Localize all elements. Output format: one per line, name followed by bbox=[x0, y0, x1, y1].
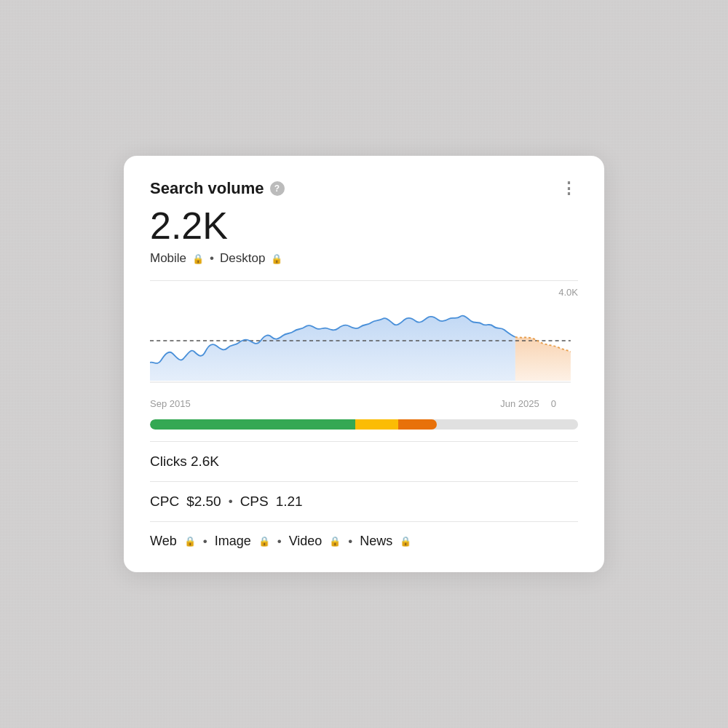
sep-1: • bbox=[203, 534, 207, 549]
stats-divider-1 bbox=[150, 441, 578, 442]
clicks-value: 2.6K bbox=[191, 454, 219, 469]
chart-svg bbox=[150, 301, 578, 395]
chart-y-label: 4.0K bbox=[150, 287, 578, 298]
sep-2: • bbox=[277, 534, 282, 549]
chart-forecast-fill bbox=[515, 337, 571, 381]
cps-value: 1.21 bbox=[276, 494, 303, 510]
color-bar-orange bbox=[398, 419, 437, 430]
desktop-label: Desktop bbox=[220, 251, 265, 266]
news-lock-icon: 🔒 bbox=[400, 536, 411, 547]
device-row: Mobile 🔒 • Desktop 🔒 bbox=[150, 251, 578, 266]
color-bar-track bbox=[150, 419, 578, 430]
color-bar-yellow bbox=[355, 419, 398, 430]
cps-label: CPS bbox=[240, 494, 269, 510]
desktop-lock-icon: 🔒 bbox=[271, 253, 282, 264]
chart-x-labels: Sep 2015 Jun 2025 0 bbox=[150, 398, 578, 409]
cpc-label: CPC bbox=[150, 494, 179, 510]
title-row: Search volume ? bbox=[150, 179, 285, 198]
cpc-value: $2.50 bbox=[186, 494, 221, 510]
chart-x-start: Sep 2015 bbox=[150, 398, 191, 409]
cpc-row: CPC $2.50 • CPS 1.21 bbox=[150, 494, 578, 510]
card-title: Search volume bbox=[150, 179, 264, 198]
more-menu-icon[interactable]: ⋮ bbox=[561, 181, 578, 197]
video-label: Video bbox=[289, 534, 323, 549]
color-bar-green bbox=[150, 419, 355, 430]
chart-container: 4.0K bbox=[150, 287, 578, 409]
video-lock-icon: 🔒 bbox=[329, 536, 341, 547]
device-separator: • bbox=[210, 251, 214, 266]
help-icon[interactable]: ? bbox=[270, 181, 285, 196]
mobile-lock-icon: 🔒 bbox=[192, 253, 204, 264]
image-label: Image bbox=[215, 534, 251, 549]
stats-divider-2 bbox=[150, 481, 578, 482]
clicks-label: Clicks bbox=[150, 454, 187, 469]
chart-x-right: Jun 2025 0 bbox=[500, 398, 556, 409]
header-divider bbox=[150, 280, 578, 281]
clicks-row: Clicks 2.6K bbox=[150, 454, 578, 470]
search-types-row: Web 🔒 • Image 🔒 • Video 🔒 • News 🔒 bbox=[150, 534, 578, 549]
sep-3: • bbox=[348, 534, 352, 549]
cpc-separator: • bbox=[229, 494, 233, 509]
search-volume-card: Search volume ? ⋮ 2.2K Mobile 🔒 • Deskto… bbox=[124, 156, 604, 572]
web-lock-icon: 🔒 bbox=[184, 536, 196, 547]
card-header: Search volume ? ⋮ bbox=[150, 179, 578, 198]
web-label: Web bbox=[150, 534, 177, 549]
mobile-label: Mobile bbox=[150, 251, 186, 266]
stats-divider-3 bbox=[150, 521, 578, 522]
chart-svg-element bbox=[150, 301, 578, 395]
image-lock-icon: 🔒 bbox=[258, 536, 270, 547]
volume-value: 2.2K bbox=[150, 205, 578, 247]
chart-area-fill bbox=[150, 316, 515, 381]
news-label: News bbox=[360, 534, 392, 549]
chart-x-zero: 0 bbox=[551, 398, 556, 409]
chart-x-end: Jun 2025 bbox=[500, 398, 539, 409]
color-bar-section bbox=[150, 419, 578, 430]
